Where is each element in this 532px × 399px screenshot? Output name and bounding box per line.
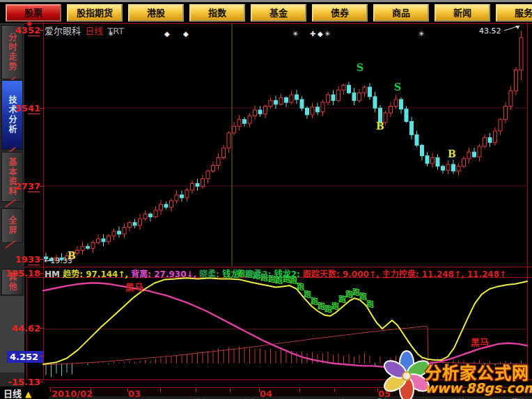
candle-body xyxy=(295,95,299,100)
candle-body xyxy=(347,85,351,93)
indicator-legend: HM 趋势: 97.144↑, 背离: 27.930↓, 晓柔: 钱龙: 晓柔2… xyxy=(45,267,506,277)
candle-body xyxy=(389,107,393,114)
candle-body xyxy=(363,87,366,93)
candle-body xyxy=(154,210,157,217)
candle-body xyxy=(331,95,335,100)
candle-body xyxy=(425,156,429,164)
yellow-line xyxy=(43,278,527,364)
high-price-callout: 43.52 xyxy=(479,26,501,36)
candle-body xyxy=(102,239,105,242)
dark-horse-label: 黑马 xyxy=(125,282,143,292)
candle-body xyxy=(311,107,314,115)
candle-body xyxy=(410,121,414,134)
legend-segment: 钱龙: xyxy=(222,269,245,279)
candle-body xyxy=(483,138,487,146)
candle-body xyxy=(237,120,241,127)
candle-body xyxy=(352,93,356,100)
candle-body xyxy=(509,91,513,107)
candle-body xyxy=(415,135,418,146)
candle-body xyxy=(81,247,84,250)
candle-body xyxy=(394,100,398,107)
candle-body xyxy=(217,157,220,165)
candle-body xyxy=(519,38,523,70)
candle-body xyxy=(185,190,189,198)
star-marker-icon: ◆ xyxy=(164,30,170,38)
candle-body xyxy=(405,109,408,122)
candle-body xyxy=(133,223,136,226)
candle-body xyxy=(243,120,247,123)
candle-body xyxy=(170,201,173,208)
candle-body xyxy=(285,97,288,102)
buy-signal-marker: B xyxy=(448,148,456,159)
star-marker-icon: ✚ xyxy=(310,30,315,38)
candle-body xyxy=(452,164,455,171)
candle-body xyxy=(373,97,377,108)
candle-body xyxy=(201,179,205,187)
candle-body xyxy=(107,236,111,242)
legend-segment: 晓柔: xyxy=(199,269,222,279)
candle-body xyxy=(86,247,90,249)
run-signal-marker: 跑 xyxy=(366,299,374,309)
candle-body xyxy=(499,120,502,131)
candle-body xyxy=(494,131,497,142)
candle-body xyxy=(139,219,142,226)
candle-body xyxy=(337,90,341,100)
candle-body xyxy=(196,183,199,186)
candle-body xyxy=(358,93,361,100)
candle-body xyxy=(206,171,210,179)
sell-signal-marker: S xyxy=(394,81,401,93)
candle-body xyxy=(97,239,100,242)
candle-body xyxy=(118,231,121,234)
candle-body xyxy=(457,166,460,171)
candle-body xyxy=(233,126,236,133)
legend-segment: 背离: 27.930↓, xyxy=(131,269,199,279)
dark-horse-label: 黑马 xyxy=(471,337,489,347)
star-marker-icon: ✳ xyxy=(292,30,298,38)
candle-body xyxy=(76,250,79,253)
candle-body xyxy=(279,97,283,104)
candle-body xyxy=(191,183,194,190)
legend-segment: 趋势: 97.144↑, xyxy=(63,269,131,279)
candlestick-chart[interactable]: 跑跑跑跑跑跑跑跑跑跑跑跑跑跑跑跑跑跑跑黑马黑马✳◆◆✳✚◆✳✳SSBBB←19.… xyxy=(0,0,532,399)
star-marker-icon: ◆ xyxy=(318,30,323,38)
candle-body xyxy=(264,107,267,114)
legend-segment: HM xyxy=(45,269,63,279)
star-marker-icon: ◆ xyxy=(183,30,189,38)
candle-body xyxy=(258,110,262,114)
candle-body xyxy=(159,205,163,210)
low-price-callout: ←19.33 xyxy=(44,256,72,265)
candle-body xyxy=(274,100,278,104)
candle-body xyxy=(91,242,95,248)
chart-header: 爱尔眼科 日线 TRT xyxy=(45,24,125,37)
buy-signal-marker: B xyxy=(376,120,384,132)
candle-body xyxy=(342,85,345,90)
star-marker-icon: ✳ xyxy=(324,30,330,38)
candle-body xyxy=(321,102,324,112)
legend-segment: 主力控盘: 11.248↑, 11.248↑ xyxy=(382,269,506,279)
candle-body xyxy=(467,152,471,159)
legend-segment: 晓柔2: xyxy=(245,269,274,279)
candle-body xyxy=(222,148,226,158)
candle-body xyxy=(143,214,147,219)
candle-body xyxy=(473,152,476,157)
candle-body xyxy=(253,110,257,116)
candle-body xyxy=(368,87,372,97)
candle-body xyxy=(164,205,168,208)
candle-body xyxy=(441,166,445,170)
candle-body xyxy=(327,95,330,102)
candle-body xyxy=(462,159,466,166)
star-marker-icon: ✳ xyxy=(418,30,424,38)
candle-body xyxy=(431,157,435,163)
candle-body xyxy=(175,195,178,201)
candle-body xyxy=(446,164,450,170)
candle-body xyxy=(436,157,439,166)
symbol-name: 爱尔眼科 xyxy=(45,26,81,36)
legend-segment: 钱龙2: xyxy=(274,269,303,279)
candle-body xyxy=(290,95,293,102)
candle-body xyxy=(478,146,481,157)
period-label[interactable]: 日线 xyxy=(85,26,103,36)
candle-body xyxy=(149,214,152,217)
candle-body xyxy=(488,138,492,143)
candle-body xyxy=(306,108,309,115)
candle-body xyxy=(421,146,424,156)
